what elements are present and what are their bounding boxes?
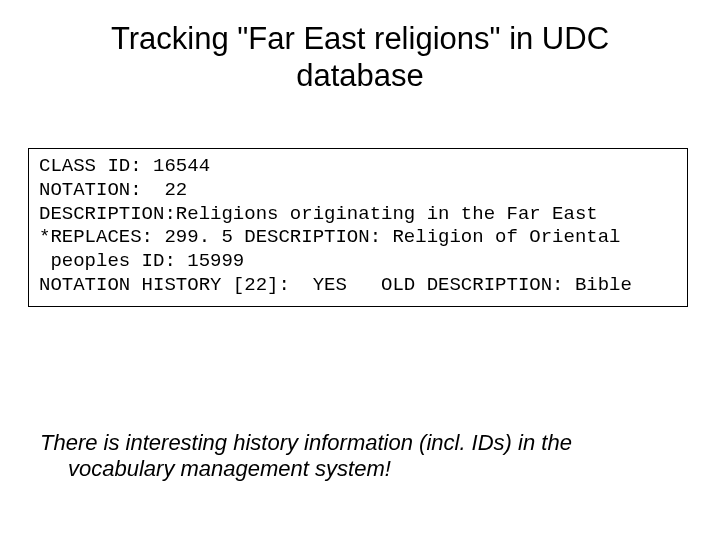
record-line-5: peoples ID: 15999 bbox=[39, 250, 244, 272]
record-line-3: DESCRIPTION:Religions originating in the… bbox=[39, 203, 598, 225]
record-line-1: CLASS ID: 16544 bbox=[39, 155, 210, 177]
footer-note: There is interesting history information… bbox=[40, 430, 680, 483]
slide: Tracking "Far East religions" in UDC dat… bbox=[0, 0, 720, 540]
slide-title: Tracking "Far East religions" in UDC dat… bbox=[0, 0, 720, 94]
record-box: CLASS ID: 16544 NOTATION: 22 DESCRIPTION… bbox=[28, 148, 688, 307]
footer-note-text: There is interesting history information… bbox=[40, 430, 680, 483]
record-line-2: NOTATION: 22 bbox=[39, 179, 187, 201]
record-line-4: *REPLACES: 299. 5 DESCRIPTION: Religion … bbox=[39, 226, 621, 248]
record-line-6: NOTATION HISTORY [22]: YES OLD DESCRIPTI… bbox=[39, 274, 632, 296]
